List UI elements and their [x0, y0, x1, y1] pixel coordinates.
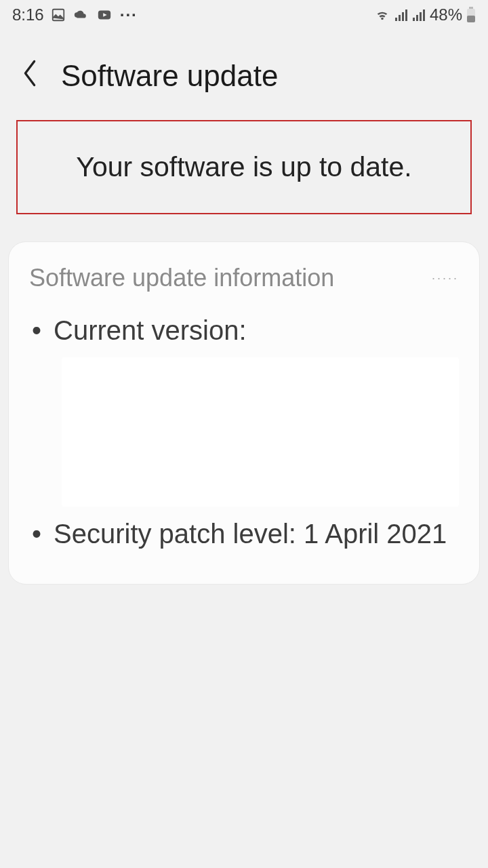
- battery-percent: 48%: [430, 5, 462, 24]
- list-item: • Security patch level: 1 April 2021: [29, 515, 459, 553]
- back-button[interactable]: [20, 58, 39, 93]
- cloud-icon: [73, 7, 89, 22]
- info-list: • Current version: • Security patch leve…: [29, 311, 459, 553]
- svg-rect-4: [402, 12, 404, 21]
- svg-rect-12: [467, 16, 475, 22]
- svg-rect-7: [416, 15, 418, 21]
- svg-rect-10: [469, 7, 473, 9]
- svg-rect-5: [405, 9, 407, 21]
- status-time: 8:16: [12, 5, 44, 24]
- svg-rect-3: [399, 15, 401, 21]
- wifi-icon: [374, 7, 390, 22]
- bullet-icon: •: [29, 515, 54, 553]
- svg-rect-2: [395, 18, 397, 21]
- bullet-icon: •: [29, 311, 54, 349]
- more-icon: ···: [120, 5, 138, 24]
- status-bar: 8:16 ··· 48%: [0, 0, 488, 30]
- svg-rect-6: [413, 18, 415, 21]
- status-left: 8:16 ···: [12, 5, 138, 24]
- page-title: Software update: [61, 59, 278, 93]
- current-version-label: Current version:: [54, 311, 247, 349]
- more-dots-icon: ·····: [432, 271, 459, 285]
- svg-rect-9: [423, 9, 425, 21]
- version-value-redacted: [62, 357, 459, 507]
- signal-icon-1: [394, 8, 408, 22]
- list-item: • Current version:: [29, 311, 459, 349]
- security-patch-label: Security patch level: 1 April 2021: [54, 515, 447, 553]
- app-header: Software update: [0, 30, 488, 120]
- youtube-icon: [96, 7, 113, 22]
- gallery-icon: [51, 7, 66, 22]
- svg-rect-8: [420, 12, 422, 21]
- card-header: Software update information ·····: [29, 264, 459, 292]
- status-message: Your software is up to date.: [38, 151, 450, 183]
- status-right: 48%: [374, 5, 476, 24]
- status-banner: Your software is up to date.: [16, 120, 472, 214]
- battery-icon: [466, 7, 476, 23]
- card-title: Software update information: [29, 264, 334, 292]
- signal-icon-2: [412, 8, 426, 22]
- update-info-card: Software update information ····· • Curr…: [8, 241, 480, 585]
